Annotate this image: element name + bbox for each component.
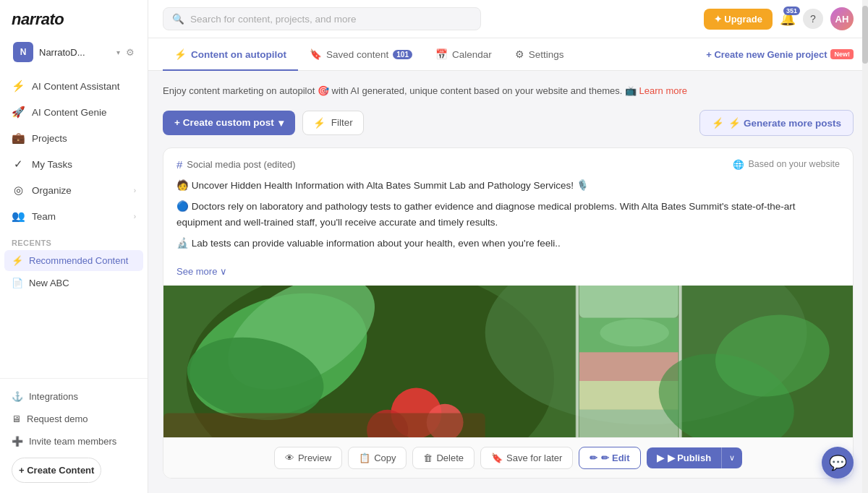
lightning-icon: ⚡ — [12, 255, 23, 266]
sidebar-item-label: Projects — [32, 133, 67, 144]
sidebar-item-label: Team — [32, 211, 56, 222]
organize-icon: ◎ — [12, 184, 25, 197]
save-for-later-button[interactable]: 🔖 Save for later — [480, 447, 573, 469]
content-area: Enjoy content marketing on autopilot 🎯 w… — [148, 71, 868, 493]
copy-button[interactable]: 📋 Copy — [348, 447, 407, 469]
publish-button[interactable]: ▶ ▶ Publish — [647, 447, 722, 468]
sidebar-bottom: ⚓ Integrations 🖥 Request demo ➕ Invite t… — [0, 378, 148, 493]
filter-button[interactable]: ⚡ Filter — [302, 111, 364, 135]
sidebar-item-invite-team-members[interactable]: ➕ Invite team members — [4, 431, 143, 452]
tab-settings[interactable]: ⚙ Settings — [503, 39, 576, 71]
play-icon: ▶ — [657, 453, 664, 463]
upgrade-button[interactable]: ✦ Upgrade — [704, 9, 773, 30]
svg-rect-11 — [579, 286, 678, 318]
account-switcher[interactable]: N NarratoD... ▾ ⚙ — [4, 36, 143, 68]
autopilot-banner: Enjoy content marketing on autopilot 🎯 w… — [163, 84, 854, 98]
create-custom-post-button[interactable]: + Create custom post ▾ — [163, 111, 295, 135]
topbar: 🔍 Search for content, projects, and more… — [148, 0, 868, 38]
microscope-icon: 🔬 — [176, 238, 189, 249]
sidebar-item-ai-content-assistant[interactable]: ⚡ AI Content Assistant — [4, 74, 143, 98]
svg-rect-15 — [579, 410, 678, 437]
sidebar-item-label: Organize — [32, 185, 72, 196]
svg-rect-19 — [163, 413, 485, 437]
scrollbar-track — [862, 0, 868, 493]
document-icon: 📄 — [12, 278, 23, 288]
sidebar-item-new-abc[interactable]: 📄 New ABC — [4, 273, 143, 293]
sidebar-logo-area: narrato — [0, 0, 148, 36]
saved-content-badge: 101 — [393, 50, 412, 59]
create-content-button[interactable]: + Create Content — [12, 458, 101, 483]
anchor-icon: ⚓ — [12, 391, 23, 402]
post-line-1: 🧑 Uncover Hidden Health Information with… — [176, 178, 840, 194]
user-avatar[interactable]: AH — [830, 7, 854, 30]
bookmark-icon: 🔖 — [491, 453, 503, 463]
sidebar-item-label: Request demo — [27, 413, 88, 424]
check-icon: ✓ — [12, 158, 25, 171]
chevron-down-icon: ▾ — [116, 48, 120, 56]
publish-dropdown-button[interactable]: ∨ — [721, 447, 742, 468]
post-card-header: # Social media post (edited) 🌐 Based on … — [163, 148, 853, 178]
team-icon: 👥 — [12, 210, 25, 223]
generate-more-posts-button[interactable]: ⚡ ⚡ Generate more posts — [699, 110, 854, 136]
person-icon: 🧑 — [176, 180, 189, 191]
add-user-icon: ➕ — [12, 436, 23, 447]
briefcase-icon: 💼 — [12, 132, 25, 145]
post-card: # Social media post (edited) 🌐 Based on … — [163, 147, 854, 479]
post-actions: 👁 Preview 📋 Copy 🗑 Delete 🔖 Save for lat… — [163, 437, 853, 478]
sidebar-item-team[interactable]: 👥 Team › — [4, 204, 143, 228]
sidebar-item-label: Recommended Content — [29, 255, 128, 266]
search-placeholder: Search for content, projects, and more — [190, 14, 357, 25]
tabs-bar: ⚡ Content on autopilot 🔖 Saved content 1… — [148, 38, 868, 71]
post-image-inner — [163, 286, 853, 437]
tab-calendar[interactable]: 📅 Calendar — [424, 39, 503, 71]
globe-icon: 🌐 — [733, 159, 744, 170]
edit-button[interactable]: ✏ ✏ Edit — [579, 447, 640, 469]
bookmark-icon: 🔖 — [310, 48, 322, 60]
sidebar-item-request-demo[interactable]: 🖥 Request demo — [4, 408, 143, 429]
sidebar-item-label: New ABC — [29, 278, 69, 288]
rocket-icon: 🚀 — [12, 106, 25, 119]
post-source: 🌐 Based on your website — [733, 159, 840, 170]
svg-point-16 — [600, 319, 669, 346]
avatar: N — [13, 42, 33, 62]
scrollbar-thumb[interactable] — [862, 6, 868, 64]
lightning-icon: ⚡ — [712, 117, 724, 129]
copy-icon: 📋 — [359, 453, 370, 463]
blue-circle-icon: 🔵 — [176, 201, 189, 212]
create-genie-button[interactable]: + Create new Genie project New! — [706, 49, 854, 60]
lightning-icon: ⚡ — [12, 80, 25, 93]
help-button[interactable]: ? — [803, 9, 823, 29]
sidebar-item-recommended-content[interactable]: ⚡ Recommended Content — [4, 250, 143, 271]
preview-button[interactable]: 👁 Preview — [274, 447, 342, 469]
notifications-button[interactable]: 🔔 351 — [780, 11, 796, 27]
eye-icon: 👁 — [285, 453, 294, 463]
search-box[interactable]: 🔍 Search for content, projects, and more — [163, 7, 481, 30]
topbar-right: ✦ Upgrade 🔔 351 ? AH — [704, 7, 854, 30]
chat-button[interactable]: 💬 — [822, 447, 854, 479]
sidebar-item-ai-content-genie[interactable]: 🚀 AI Content Genie — [4, 100, 143, 124]
sidebar-item-organize[interactable]: ◎ Organize › — [4, 178, 143, 202]
monitor-icon: 🖥 — [12, 413, 21, 424]
sidebar-item-label: AI Content Assistant — [32, 81, 120, 92]
sidebar-item-label: My Tasks — [32, 159, 72, 170]
gear-icon: ⚙ — [515, 48, 524, 60]
edit-icon: ✏ — [590, 453, 597, 463]
tab-saved-content[interactable]: 🔖 Saved content 101 — [298, 39, 424, 71]
see-more-button[interactable]: See more ∨ — [163, 266, 853, 286]
gear-icon[interactable]: ⚙ — [126, 47, 135, 58]
post-body: 🧑 Uncover Hidden Health Information with… — [163, 178, 853, 266]
app-logo: narrato — [12, 10, 64, 29]
filter-icon: ⚡ — [313, 117, 326, 129]
sidebar-item-my-tasks[interactable]: ✓ My Tasks — [4, 152, 143, 176]
tab-content-on-autopilot[interactable]: ⚡ Content on autopilot — [163, 39, 298, 71]
sidebar-nav: ⚡ AI Content Assistant 🚀 AI Content Geni… — [0, 68, 148, 378]
notification-badge: 351 — [783, 7, 800, 15]
recents-label: Recents — [4, 230, 143, 250]
post-line-3: 🔬 Lab tests can provide valuable informa… — [176, 236, 840, 252]
sidebar-item-integrations[interactable]: ⚓ Integrations — [4, 386, 143, 407]
learn-more-link[interactable]: Learn more — [639, 85, 687, 96]
sidebar-item-projects[interactable]: 💼 Projects — [4, 126, 143, 150]
trash-icon: 🗑 — [423, 453, 433, 463]
post-image — [163, 286, 853, 437]
delete-button[interactable]: 🗑 Delete — [412, 447, 475, 469]
